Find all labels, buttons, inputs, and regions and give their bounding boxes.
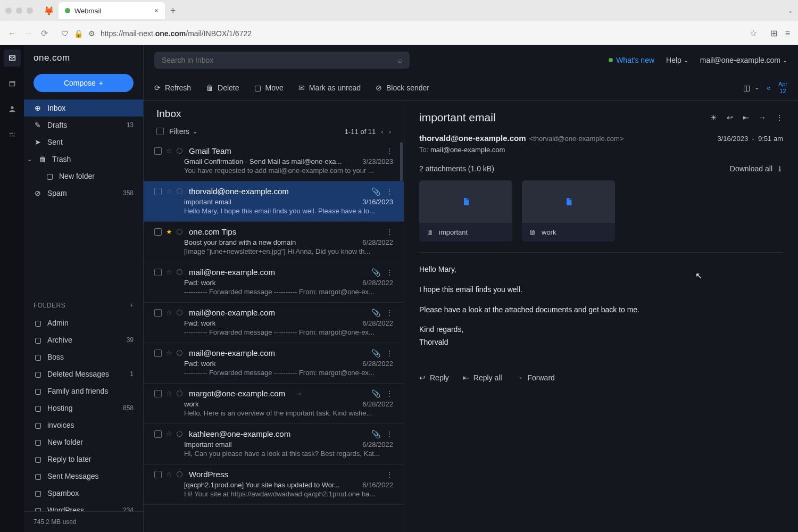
back-button[interactable]: ← (8, 29, 16, 38)
date-badge[interactable]: Apr12 (778, 81, 787, 94)
folder-wordpress[interactable]: ▢WordPress234 (24, 502, 143, 511)
attachment-item[interactable]: 🗎important (419, 180, 512, 242)
more-icon[interactable]: ⋮ (386, 228, 393, 236)
folder-trash[interactable]: ⌄🗑Trash (24, 151, 143, 168)
folder-hosting[interactable]: ▢Hosting858 (24, 400, 143, 417)
mark-unread-button[interactable]: ✉Mark as unread (298, 84, 361, 92)
layout-toggle[interactable]: ◫⌄ (743, 84, 759, 92)
forward-button[interactable]: →Forward (516, 373, 555, 382)
folder-inbox[interactable]: ⊕Inbox (24, 99, 143, 117)
select-checkbox[interactable] (154, 269, 162, 276)
rail-mail-icon[interactable] (4, 49, 21, 66)
select-checkbox[interactable] (154, 471, 162, 478)
block-sender-button[interactable]: ⊘Block sender (376, 84, 429, 92)
folder-spam[interactable]: ⊘Spam358 (24, 185, 143, 202)
message-row[interactable]: ☆mail@one-example.com📎⋮Fwd: work6/28/202… (144, 303, 404, 343)
read-status-icon[interactable] (177, 390, 182, 396)
star-icon[interactable]: ☆ (166, 389, 172, 397)
reply-icon[interactable]: ↩ (727, 113, 733, 122)
more-icon[interactable]: ⋮ (386, 430, 393, 438)
star-icon[interactable]: ☆ (166, 430, 172, 438)
read-status-icon[interactable] (177, 350, 182, 356)
more-icon[interactable]: ⋮ (776, 113, 783, 122)
folder-family-and-friends[interactable]: ▢Family and friends (24, 383, 143, 400)
filters-button[interactable]: Filters⌄ (169, 127, 197, 136)
reply-all-icon[interactable]: ⇤ (743, 113, 749, 122)
rail-settings-icon[interactable] (4, 126, 21, 143)
star-icon[interactable]: ☆ (166, 187, 172, 195)
message-row[interactable]: ☆thorvald@one-example.com📎⋮important ema… (144, 181, 404, 222)
tab-close-icon[interactable]: × (154, 6, 159, 15)
read-status-icon[interactable] (177, 229, 182, 235)
star-icon[interactable]: ★ (166, 228, 172, 236)
select-checkbox[interactable] (154, 390, 162, 397)
star-icon[interactable]: ☆ (166, 470, 172, 478)
more-icon[interactable]: ⋮ (386, 309, 393, 317)
close-window-icon[interactable] (5, 7, 12, 14)
more-icon[interactable]: ⋮ (386, 349, 393, 358)
folder-boss[interactable]: ▢Boss (24, 348, 143, 365)
new-tab-button[interactable]: + (170, 5, 176, 16)
search-icon[interactable]: ⌕ (398, 56, 402, 64)
folder-drafts[interactable]: ✎Drafts13 (24, 117, 143, 134)
next-page-icon[interactable]: › (389, 128, 391, 136)
minimize-window-icon[interactable] (16, 7, 22, 14)
collapse-icon[interactable]: « (767, 84, 771, 92)
menu-icon[interactable]: ≡ (785, 29, 790, 38)
star-icon[interactable]: ☆ (166, 349, 172, 357)
folder-invoices[interactable]: ▢invoices (24, 417, 143, 434)
folder-reply-to-later[interactable]: ▢Reply to later (24, 451, 143, 468)
search-input[interactable]: ⌕ (154, 52, 410, 69)
star-icon[interactable]: ☆ (166, 309, 172, 317)
permissions-icon[interactable]: ⚙ (88, 29, 95, 38)
url-bar[interactable]: 🛡 🔒 ⚙ https://mail-next.one.com/mail/INB… (56, 28, 762, 38)
more-icon[interactable]: ⋮ (386, 470, 393, 479)
select-checkbox[interactable] (154, 228, 162, 236)
reply-button[interactable]: ↩Reply (419, 373, 449, 382)
folder-deleted-messages[interactable]: ▢Deleted Messages1 (24, 365, 143, 383)
attachment-item[interactable]: 🗎work (522, 180, 615, 242)
message-row[interactable]: ☆margot@one-example.com→📎⋮work6/28/2022H… (144, 384, 404, 424)
bookmark-icon[interactable]: ☆ (750, 28, 757, 38)
account-menu[interactable]: mail@one-example.com⌄ (700, 56, 787, 64)
forward-button[interactable]: → (24, 29, 33, 38)
rail-calendar-icon[interactable] (4, 75, 21, 92)
select-checkbox[interactable] (154, 309, 162, 317)
extensions-icon[interactable]: ⊞ (770, 28, 777, 38)
shield-icon[interactable]: 🛡 (61, 29, 69, 38)
lock-icon[interactable]: 🔒 (74, 29, 83, 38)
read-status-icon[interactable] (177, 148, 182, 154)
more-icon[interactable]: ⋮ (386, 187, 393, 196)
select-checkbox[interactable] (154, 430, 162, 438)
more-icon[interactable]: ⋮ (386, 389, 393, 398)
message-row[interactable]: ☆kathleen@one-example.com📎⋮Important ema… (144, 424, 404, 464)
star-icon[interactable]: ☆ (166, 268, 172, 276)
folder-new-folder[interactable]: ▢New folder (24, 434, 143, 451)
folder-sent-messages[interactable]: ▢Sent Messages (24, 468, 143, 485)
prev-page-icon[interactable]: ‹ (381, 128, 383, 136)
download-all-button[interactable]: Download all⤓ (730, 164, 783, 173)
message-row[interactable]: ☆mail@one-example.com📎⋮Fwd: work6/28/202… (144, 262, 404, 303)
folder-admin[interactable]: ▢Admin (24, 314, 143, 331)
more-icon[interactable]: ⋮ (386, 268, 393, 277)
select-all-checkbox[interactable] (156, 128, 164, 135)
reply-all-button[interactable]: ⇤Reply all (463, 373, 502, 382)
compose-button[interactable]: Compose+ (34, 74, 134, 92)
add-folder-icon[interactable]: + (129, 302, 134, 309)
search-field[interactable] (162, 56, 398, 64)
message-row[interactable]: ☆WordPress⋮[qacph2.1prod.one] Your site … (144, 464, 404, 505)
folder-new-folder[interactable]: ▢New folder (24, 168, 143, 185)
select-checkbox[interactable] (154, 147, 162, 155)
folder-sent[interactable]: ➤Sent (24, 134, 143, 151)
refresh-button[interactable]: ⟳Refresh (154, 84, 191, 92)
forward-icon[interactable]: → (759, 113, 766, 122)
read-status-icon[interactable] (177, 269, 182, 275)
rail-contacts-icon[interactable] (4, 101, 21, 118)
more-icon[interactable]: ⋮ (386, 147, 393, 155)
move-button[interactable]: ▢Move (254, 84, 284, 92)
chevron-down-icon[interactable]: ⌄ (27, 156, 32, 163)
message-row[interactable]: ☆mail@one-example.com📎⋮Fwd: work6/28/202… (144, 343, 404, 384)
read-status-icon[interactable] (177, 431, 182, 437)
select-checkbox[interactable] (154, 350, 162, 357)
browser-tab[interactable]: Webmail × (59, 2, 165, 19)
